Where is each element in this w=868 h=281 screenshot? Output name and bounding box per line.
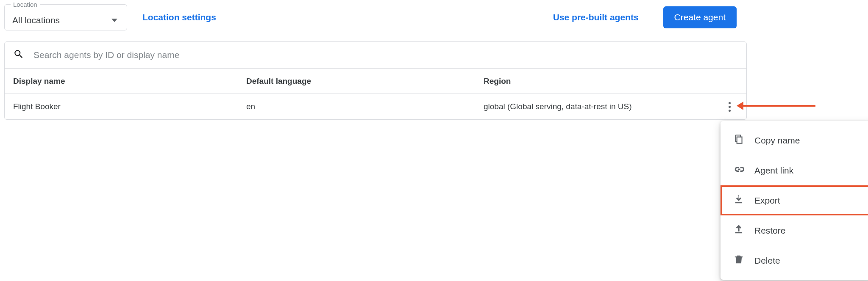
agents-table: Display name Default language Region Fli… <box>4 41 747 120</box>
menu-delete[interactable]: Delete <box>721 245 868 275</box>
header-display-name: Display name <box>13 77 246 86</box>
cell-region: global (Global serving, data-at-rest in … <box>484 102 721 111</box>
page-root: Location All locations Location settings… <box>0 0 868 281</box>
menu-restore[interactable]: Restore <box>721 215 868 245</box>
menu-export[interactable]: Export <box>721 185 868 215</box>
menu-label: Agent link <box>754 165 793 176</box>
menu-label: Restore <box>754 226 786 236</box>
header-default-language: Default language <box>246 77 484 86</box>
create-agent-button[interactable]: Create agent <box>663 6 737 28</box>
location-value: All locations <box>12 15 111 25</box>
row-actions-button[interactable] <box>725 99 734 115</box>
upload-icon <box>733 224 744 237</box>
use-prebuilt-agents-link[interactable]: Use pre-built agents <box>553 12 639 22</box>
menu-agent-link[interactable]: Agent link <box>721 155 868 185</box>
location-select[interactable]: Location All locations <box>4 4 127 30</box>
menu-label: Delete <box>754 256 780 266</box>
dropdown-icon <box>111 19 117 22</box>
link-icon <box>733 164 744 177</box>
menu-label: Export <box>754 196 780 206</box>
location-label: Location <box>11 1 40 8</box>
search-bar <box>5 42 746 69</box>
location-settings-link[interactable]: Location settings <box>142 12 216 22</box>
annotation-arrow <box>739 104 815 108</box>
search-icon <box>13 49 24 61</box>
table-row[interactable]: Flight Booker en global (Global serving,… <box>5 94 746 119</box>
copy-icon <box>733 134 744 147</box>
download-icon <box>733 194 744 207</box>
menu-label: Copy name <box>754 135 800 146</box>
delete-icon <box>733 254 744 267</box>
top-bar: Location All locations Location settings… <box>4 0 864 30</box>
header-region: Region <box>484 77 721 86</box>
cell-default-language: en <box>246 102 484 111</box>
table-header: Display name Default language Region <box>5 69 746 94</box>
search-input[interactable] <box>33 50 738 61</box>
row-context-menu: Copy name Agent link Export Restore Dele… <box>721 121 868 280</box>
menu-copy-name[interactable]: Copy name <box>721 125 868 155</box>
cell-display-name: Flight Booker <box>13 102 246 111</box>
